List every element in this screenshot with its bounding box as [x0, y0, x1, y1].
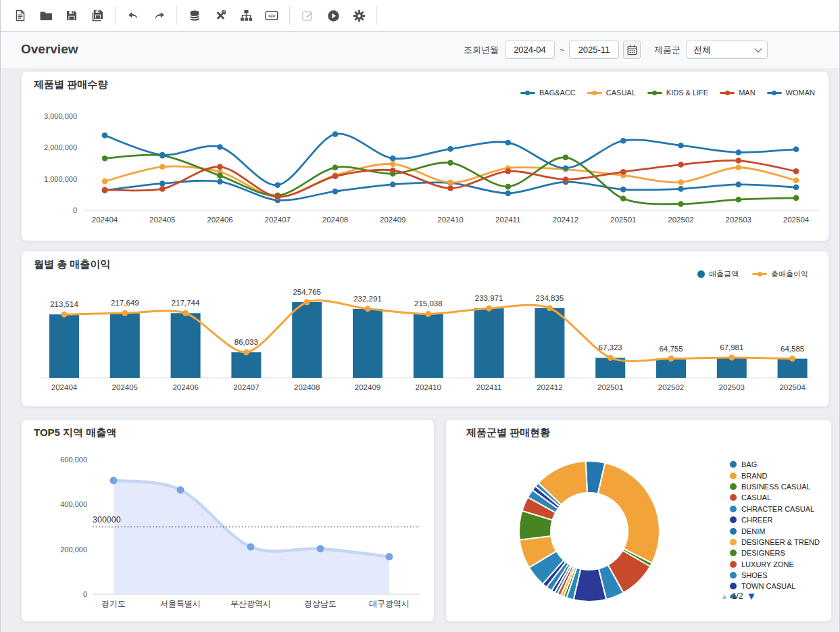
svg-text:232,291: 232,291	[353, 295, 382, 303]
edit-button[interactable]	[296, 4, 319, 27]
svg-text:67,981: 67,981	[720, 343, 743, 351]
legend-item-designers[interactable]: DESIGNERS	[730, 548, 820, 558]
save-button[interactable]	[60, 4, 83, 27]
circle-marker	[730, 583, 737, 589]
filter-controls: 조회년월 ~ 제품군 전체	[458, 41, 768, 59]
svg-text:202409: 202409	[380, 216, 405, 224]
legend-item-brand[interactable]: BRAND	[730, 470, 820, 481]
area-chart-top5-region: 0200,000400,000600,000300000경기도서울특별시부산광역…	[22, 420, 434, 621]
svg-text:202504: 202504	[779, 383, 806, 391]
svg-text:213,514: 213,514	[50, 300, 78, 308]
settings-button[interactable]	[347, 4, 370, 27]
legend-item-shoes[interactable]: SHOES	[730, 570, 820, 581]
save-all-icon	[91, 9, 104, 22]
svg-text:202503: 202503	[726, 216, 751, 224]
calendar-button[interactable]	[623, 41, 641, 59]
toolbar-separator	[115, 6, 116, 25]
legend-item-casual[interactable]: CASUAL	[730, 492, 820, 503]
new-file-button[interactable]	[9, 4, 32, 27]
svg-text:경기도: 경기도	[101, 599, 126, 608]
product-select[interactable]: 전체	[687, 41, 768, 59]
open-folder-button[interactable]	[34, 4, 57, 27]
circle-marker	[730, 528, 737, 535]
svg-text:202404: 202404	[51, 383, 78, 391]
tools-icon	[214, 9, 227, 22]
svg-text:254,765: 254,765	[293, 288, 321, 296]
sitemap-button[interactable]	[234, 4, 257, 27]
svg-text:</>: </>	[268, 14, 275, 18]
svg-text:202502: 202502	[668, 216, 693, 224]
calendar-icon	[627, 45, 637, 55]
svg-text:202405: 202405	[149, 216, 175, 224]
legend-page-down-icon[interactable]: ▼	[747, 590, 757, 602]
edit-icon	[301, 9, 314, 22]
period-label: 조회년월	[464, 44, 499, 56]
legend-item-denim[interactable]: DENIM	[730, 525, 820, 536]
svg-text:202504: 202504	[783, 216, 810, 224]
svg-text:217,744: 217,744	[172, 299, 200, 307]
code-icon: </>	[265, 9, 278, 22]
settings-icon	[353, 9, 366, 22]
line-chart-sales-by-product: 01,000,0002,000,0003,000,000202404202405…	[22, 72, 829, 241]
period-to-input[interactable]	[569, 41, 619, 59]
circle-marker	[730, 550, 737, 556]
svg-text:202410: 202410	[416, 383, 441, 391]
svg-text:202409: 202409	[355, 383, 380, 391]
period-separator: ~	[560, 45, 564, 55]
svg-text:233,971: 233,971	[475, 294, 503, 302]
toolbar-separator	[376, 6, 377, 25]
circle-marker	[730, 572, 737, 579]
legend-item-chreer[interactable]: CHREER	[730, 514, 820, 525]
svg-text:64,755: 64,755	[659, 345, 683, 353]
legend-item-bag[interactable]: BAG	[730, 459, 820, 470]
legend-page-indicator: 1/2	[732, 591, 743, 601]
period-from-input[interactable]	[505, 41, 555, 59]
svg-text:234,835: 234,835	[536, 294, 564, 302]
svg-text:202503: 202503	[719, 383, 745, 391]
product-select-value: 전체	[693, 44, 711, 56]
page-header: Overview 조회년월 ~ 제품군 전체	[1, 32, 839, 68]
circle-marker	[730, 506, 737, 512]
card-monthly-profit: 월별 총 매출이익 매출금액총매출이익 20240420240520240620…	[21, 251, 829, 407]
database-button[interactable]	[183, 4, 206, 27]
circle-marker	[730, 461, 737, 468]
page-title: Overview	[21, 42, 78, 57]
legend-item-chracter-casual[interactable]: CHRACTER CASUAL	[730, 504, 820, 514]
circle-marker	[730, 494, 737, 501]
toolbar-separator	[176, 6, 177, 25]
legend-page-up-icon[interactable]: ▲	[720, 591, 728, 601]
legend-item-business-casual[interactable]: BUSINESS CASUAL	[730, 481, 820, 492]
run-icon	[327, 9, 340, 22]
product-label: 제품군	[654, 44, 681, 56]
svg-text:202412: 202412	[553, 216, 578, 224]
legend-item-luxury-zone[interactable]: LUXURY ZONE	[730, 559, 820, 570]
toolbar-separator	[289, 6, 290, 25]
legend-pagination: ▲ 1/2 ▼	[720, 590, 756, 602]
run-button[interactable]	[322, 4, 345, 27]
tools-button[interactable]	[209, 4, 232, 27]
redo-icon	[153, 9, 166, 22]
undo-button[interactable]	[122, 4, 145, 27]
app-window: </> Overview 조회년월 ~ 제품군 전체 제품별 판매수량 BAG&…	[0, 0, 840, 632]
save-all-button[interactable]	[86, 4, 109, 27]
bar-line-chart-monthly-profit: 2024042024052024062024072024082024092024…	[22, 251, 829, 406]
svg-text:대구광역시: 대구광역시	[369, 599, 410, 608]
card-sales-by-product: 제품별 판매수량 BAG&ACCCASUALKIDS & LIFEMANWOMA…	[21, 71, 829, 241]
svg-text:64,585: 64,585	[781, 345, 804, 353]
redo-button[interactable]	[147, 4, 170, 27]
card-top5-region: TOP5 지역 매출액 0200,000400,000600,000300000…	[21, 419, 435, 622]
sitemap-icon	[240, 9, 253, 22]
code-button[interactable]: </>	[260, 4, 283, 27]
svg-text:67,323: 67,323	[599, 343, 622, 351]
svg-text:202407: 202407	[265, 216, 291, 224]
svg-text:0: 0	[83, 590, 87, 598]
svg-text:2,000,000: 2,000,000	[44, 143, 77, 151]
svg-text:3,000,000: 3,000,000	[44, 112, 77, 120]
legend-item-designeer-trend[interactable]: DESIGNEER & TREND	[730, 537, 820, 548]
chevron-down-icon	[754, 45, 762, 52]
svg-text:1,000,000: 1,000,000	[44, 175, 77, 183]
svg-text:202410: 202410	[437, 216, 463, 224]
svg-text:경상남도: 경상남도	[304, 599, 337, 608]
svg-text:400,000: 400,000	[60, 500, 87, 508]
svg-text:215,038: 215,038	[414, 299, 443, 308]
